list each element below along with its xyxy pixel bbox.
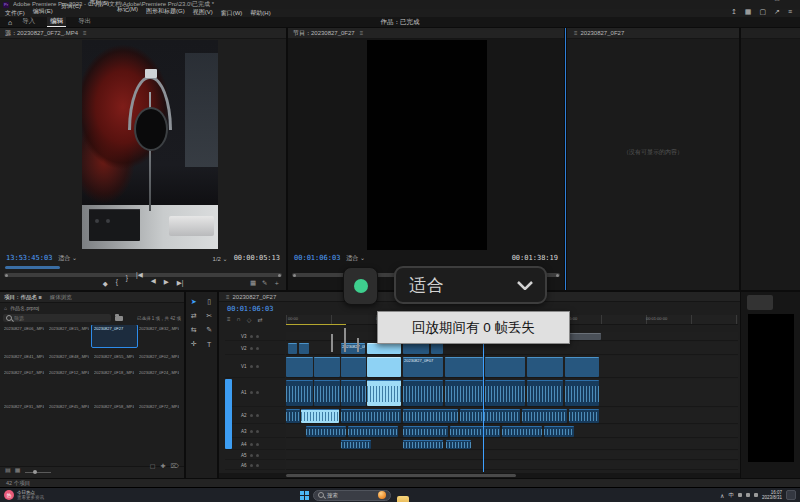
header-action-icon[interactable]: ↗	[774, 8, 780, 36]
source-panel-tab[interactable]: 源：20230827_0F72_.MP4 ≡	[0, 28, 286, 39]
track-lock-icon[interactable]	[256, 335, 259, 338]
timeline-clip[interactable]	[485, 380, 525, 406]
network-icon[interactable]	[738, 493, 742, 497]
timeline-clip[interactable]	[403, 426, 448, 437]
notification-button[interactable]	[786, 490, 796, 500]
track-targeting-bar[interactable]	[225, 379, 232, 449]
timeline-clip[interactable]	[367, 380, 401, 406]
header-action-icon[interactable]: ▦	[745, 8, 752, 21]
track-lock-icon[interactable]	[256, 391, 259, 394]
timeline-clip[interactable]	[301, 409, 339, 423]
project-media-item[interactable]: 20230827_0F18_.MP4	[92, 369, 137, 403]
track-toggle-icon[interactable]	[250, 391, 253, 394]
project-media-item[interactable]: 20230827_0E06_.MP4	[2, 325, 47, 334]
timeline-clip[interactable]	[341, 380, 366, 406]
track-toggle-icon[interactable]	[250, 454, 253, 457]
timeline-clip[interactable]	[565, 380, 599, 406]
monitor-tool-button[interactable]: ▦	[250, 279, 256, 288]
track-lock-icon[interactable]	[256, 454, 259, 457]
panel-menu-icon[interactable]: ≡	[39, 294, 42, 300]
zoom-level-dropdown[interactable]: 适合	[394, 266, 547, 304]
timeline-clip[interactable]	[286, 409, 300, 423]
track-toggle-icon[interactable]	[250, 365, 253, 368]
scrollbar-handle[interactable]	[286, 474, 516, 477]
transport-button[interactable]: ◆	[103, 280, 108, 289]
header-action-icon[interactable]: ≡	[788, 8, 792, 24]
tool-button[interactable]: ➤	[186, 295, 202, 309]
timeline-clip[interactable]	[367, 343, 401, 354]
track-header[interactable]: A4	[225, 439, 285, 450]
transport-button[interactable]: ▶	[164, 278, 169, 291]
tool-button[interactable]: ✎	[202, 323, 218, 337]
timeline-tool-icon[interactable]: ≡	[227, 316, 231, 325]
track-header[interactable]: A2	[225, 408, 285, 424]
project-media-item[interactable]: 20230827_0F72_.MP4	[137, 403, 182, 437]
timeline-clip[interactable]	[348, 426, 398, 437]
timeline-clip[interactable]	[522, 409, 567, 423]
timeline-clip[interactable]	[450, 426, 500, 437]
folder-icon[interactable]	[115, 316, 123, 321]
track-lock-icon[interactable]	[256, 347, 259, 350]
taskbar-news-widget[interactable]: 热 今日热点查看更多资讯	[4, 490, 44, 500]
timeline-clip[interactable]	[569, 409, 599, 423]
view-toggle-icon[interactable]: ▤	[5, 466, 11, 475]
tool-button[interactable]: ✛	[186, 337, 202, 351]
tool-button[interactable]: ✂	[202, 309, 218, 323]
header-action-icon[interactable]: ↥	[731, 8, 737, 17]
project-media-item[interactable]: 20230827_0E15_.MP4	[47, 325, 92, 338]
project-media-item[interactable]: 20230827_0E41_.MP4	[2, 353, 47, 369]
window-control-button[interactable]: ─	[761, 0, 765, 3]
project-media-item[interactable]: 20230827_0E55_.MP4	[92, 353, 137, 364]
timeline-clip[interactable]	[403, 440, 443, 449]
header-action-icon[interactable]: ▢	[759, 8, 766, 30]
project-media-item[interactable]: 20230827_0F24_.MP4	[137, 369, 182, 403]
track-toggle-icon[interactable]	[250, 335, 253, 338]
program-current-timecode[interactable]: 00:01:06:03	[294, 254, 340, 262]
timeline-clip[interactable]	[341, 440, 371, 449]
timeline-timecode[interactable]: 00:01:06:03	[227, 305, 273, 313]
timeline-clip[interactable]	[288, 343, 297, 354]
timeline-clip[interactable]	[286, 380, 313, 406]
timeline-clip[interactable]	[431, 343, 443, 354]
timeline-clip[interactable]	[565, 357, 599, 377]
track-toggle-icon[interactable]	[250, 464, 253, 467]
track-header[interactable]: V2	[225, 342, 285, 355]
workspace-tab[interactable]: 导出	[78, 17, 91, 27]
timeline-clip[interactable]	[446, 440, 471, 449]
timeline-clip[interactable]	[502, 426, 542, 437]
timeline-clip[interactable]	[485, 357, 525, 377]
timeline-clip[interactable]	[341, 357, 366, 377]
timeline-clip[interactable]	[341, 409, 401, 423]
program-panel-tab[interactable]: 节目：20230827_0F27 ≡	[288, 28, 564, 39]
project-tab[interactable]: 项目：作品名 ≡	[4, 294, 42, 301]
track-toggle-icon[interactable]	[250, 347, 253, 350]
timeline-clip[interactable]	[314, 357, 340, 377]
track-lock-icon[interactable]	[256, 443, 259, 446]
media-browser-tab[interactable]: 媒体浏览	[50, 294, 72, 301]
thumbnail-size-slider[interactable]	[25, 472, 51, 473]
project-footer-button[interactable]: ▢	[150, 462, 156, 471]
panel-menu-icon[interactable]: ≡	[360, 30, 364, 36]
taskbar-clock[interactable]: 16:07 2023/8/31	[762, 490, 782, 501]
track-header[interactable]: V3	[225, 332, 285, 341]
tray-expand-icon[interactable]: ∧	[720, 492, 724, 499]
transport-button[interactable]: {	[116, 278, 118, 291]
timeline-clip[interactable]	[527, 357, 563, 377]
source-resolution-dropdown[interactable]: 1/2 ⌄	[213, 255, 228, 262]
panel-menu-icon[interactable]: ≡	[574, 30, 578, 36]
tool-button[interactable]: T	[202, 337, 218, 351]
home-icon[interactable]: ⌂	[8, 19, 12, 26]
tool-button[interactable]: ⇄	[186, 309, 202, 323]
dropped-frame-indicator-button[interactable]	[343, 267, 378, 305]
track-toggle-icon[interactable]	[250, 443, 253, 446]
workspace-tab[interactable]: 编辑	[47, 17, 66, 27]
input-language-indicator[interactable]: 中	[728, 492, 734, 499]
timeline-clip[interactable]	[367, 357, 401, 377]
project-media-item[interactable]: 20230827_0F27	[92, 325, 137, 347]
monitor-tool-button[interactable]: ✎	[262, 279, 267, 292]
workspace-tab[interactable]: 导入	[22, 17, 35, 27]
track-header[interactable]: A5	[225, 451, 285, 460]
timeline-clip[interactable]	[314, 380, 340, 406]
timeline-clip[interactable]	[286, 357, 313, 377]
project-media-item[interactable]: 20230827_0F45_.MP4	[47, 403, 92, 437]
